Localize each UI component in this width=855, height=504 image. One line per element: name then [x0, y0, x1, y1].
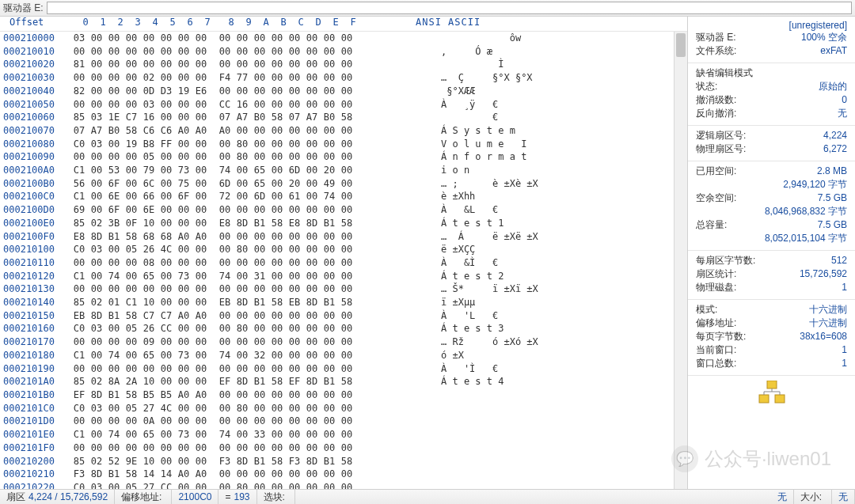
- hex-byte[interactable]: 00: [70, 256, 88, 270]
- hex-byte[interactable]: E8: [70, 230, 88, 244]
- hex-byte[interactable]: 00: [303, 441, 321, 455]
- hex-byte[interactable]: 00: [234, 32, 251, 45]
- offset-cell[interactable]: 000210220: [3, 481, 70, 489]
- hex-byte[interactable]: 00: [338, 243, 355, 256]
- hex-byte[interactable]: 80: [234, 150, 251, 164]
- hex-byte[interactable]: 16: [234, 98, 251, 112]
- hex-byte[interactable]: 00: [338, 256, 355, 270]
- hex-byte[interactable]: 58: [268, 375, 286, 388]
- hex-byte[interactable]: 00: [192, 98, 210, 112]
- hex-byte[interactable]: 00: [70, 282, 88, 296]
- hex-byte[interactable]: 00: [192, 58, 210, 71]
- ascii-cell[interactable]: … Rž ó ±Xó ±X: [441, 335, 674, 349]
- offset-cell[interactable]: 0002100A0: [3, 164, 70, 177]
- hex-row[interactable]: 0000000003000000CC16000000000000: [70, 98, 435, 112]
- hex-byte[interactable]: 00: [321, 349, 338, 362]
- hex-byte[interactable]: EB: [216, 296, 234, 309]
- hex-byte[interactable]: CC: [158, 481, 175, 489]
- hex-byte[interactable]: 00: [268, 270, 286, 283]
- hex-byte[interactable]: C1: [70, 190, 88, 203]
- hex-byte[interactable]: 00: [175, 256, 192, 270]
- hex-byte[interactable]: 00: [321, 71, 338, 85]
- hex-byte[interactable]: 00: [251, 402, 268, 415]
- hex-byte[interactable]: 00: [105, 481, 123, 489]
- hex-byte[interactable]: 8A: [105, 375, 123, 388]
- ascii-cell[interactable]: Ì: [441, 58, 674, 71]
- hex-byte[interactable]: 00: [303, 230, 321, 244]
- hex-byte[interactable]: B1: [251, 455, 268, 468]
- hex-byte[interactable]: A7: [88, 124, 105, 138]
- hex-byte[interactable]: 85: [70, 111, 88, 124]
- hex-byte[interactable]: 00: [105, 32, 123, 45]
- hex-row[interactable]: C003000526CC00000080000000000000: [70, 322, 435, 335]
- hex-byte[interactable]: 00: [251, 71, 268, 85]
- hex-byte[interactable]: 00: [321, 124, 338, 138]
- hex-byte[interactable]: 00: [286, 282, 303, 296]
- hex-byte[interactable]: 00: [251, 45, 268, 59]
- hex-byte[interactable]: 00: [268, 322, 286, 335]
- hex-byte[interactable]: 00: [158, 217, 175, 230]
- offset-cell[interactable]: 0002100B0: [3, 177, 70, 191]
- hex-byte[interactable]: 58: [123, 124, 140, 138]
- hex-row[interactable]: 00000000080000000000000000000000: [70, 256, 435, 270]
- hex-byte[interactable]: 00: [175, 150, 192, 164]
- hex-byte[interactable]: 05: [140, 150, 158, 164]
- hex-byte[interactable]: 00: [158, 98, 175, 112]
- hex-byte[interactable]: 00: [268, 415, 286, 428]
- hex-byte[interactable]: 00: [123, 256, 140, 270]
- hex-byte[interactable]: C1: [70, 164, 88, 177]
- hex-byte[interactable]: 00: [158, 190, 175, 203]
- hex-byte[interactable]: 00: [321, 441, 338, 455]
- hex-byte[interactable]: 00: [140, 282, 158, 296]
- hex-byte[interactable]: 00: [286, 468, 303, 481]
- hex-byte[interactable]: 00: [268, 230, 286, 244]
- offset-cell[interactable]: 000210160: [3, 322, 70, 335]
- hex-byte[interactable]: A7: [303, 111, 321, 124]
- offset-cell[interactable]: 000210210: [3, 468, 70, 481]
- hex-byte[interactable]: C0: [70, 402, 88, 415]
- hex-byte[interactable]: 58: [338, 375, 355, 388]
- hex-byte[interactable]: 00: [321, 270, 338, 283]
- hex-byte[interactable]: 00: [268, 164, 286, 177]
- hex-byte[interactable]: 58: [123, 388, 140, 402]
- hex-byte[interactable]: 58: [123, 468, 140, 481]
- hex-byte[interactable]: 00: [192, 138, 210, 151]
- hex-byte[interactable]: C6: [158, 124, 175, 138]
- hex-byte[interactable]: 00: [123, 58, 140, 71]
- hex-byte[interactable]: 00: [234, 468, 251, 481]
- hex-byte[interactable]: 00: [338, 71, 355, 85]
- hex-byte[interactable]: 00: [338, 309, 355, 323]
- hex-byte[interactable]: C0: [70, 322, 88, 335]
- hex-byte[interactable]: 00: [216, 415, 234, 428]
- hex-byte[interactable]: 00: [216, 138, 234, 151]
- hex-byte[interactable]: 00: [251, 138, 268, 151]
- offset-cell[interactable]: 000210110: [3, 256, 70, 270]
- hex-byte[interactable]: 00: [321, 468, 338, 481]
- hex-byte[interactable]: 00: [303, 58, 321, 71]
- hex-byte[interactable]: 00: [286, 428, 303, 441]
- hex-byte[interactable]: 00: [123, 428, 140, 441]
- hex-byte[interactable]: 00: [303, 85, 321, 98]
- hex-row[interactable]: 850201C110000000EB8DB158EB8DB158: [70, 296, 435, 309]
- hex-byte[interactable]: 58: [338, 296, 355, 309]
- hex-byte[interactable]: 00: [70, 415, 88, 428]
- hex-byte[interactable]: 00: [338, 138, 355, 151]
- hex-byte[interactable]: 00: [123, 85, 140, 98]
- hex-byte[interactable]: 58: [338, 111, 355, 124]
- hex-byte[interactable]: 00: [123, 150, 140, 164]
- hex-byte[interactable]: 00: [192, 256, 210, 270]
- offset-cell[interactable]: 000210180: [3, 349, 70, 362]
- hex-row[interactable]: 000000000A0000000000000000000000: [70, 415, 435, 428]
- hex-byte[interactable]: 00: [286, 150, 303, 164]
- hex-byte[interactable]: 00: [175, 481, 192, 489]
- ascii-cell[interactable]: ï ±Xµµ: [441, 296, 674, 309]
- hex-byte[interactable]: 00: [338, 190, 355, 203]
- hex-byte[interactable]: 00: [216, 58, 234, 71]
- hex-row[interactable]: E88DB1586868A0A00000000000000000: [70, 230, 435, 244]
- hex-byte[interactable]: 80: [234, 322, 251, 335]
- hex-byte[interactable]: 00: [338, 45, 355, 59]
- hex-byte[interactable]: 00: [123, 45, 140, 59]
- hex-byte[interactable]: 0F: [123, 217, 140, 230]
- ascii-cell[interactable]: À &Ì €: [441, 256, 674, 270]
- hex-byte[interactable]: 00: [286, 203, 303, 217]
